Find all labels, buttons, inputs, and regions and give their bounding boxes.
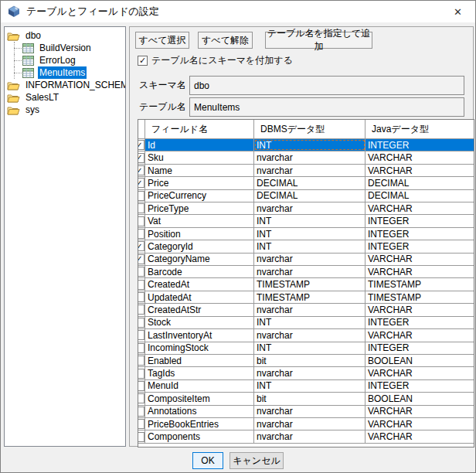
field-name-cell[interactable]: LastInventoryAt — [145, 329, 254, 341]
row-checkbox-cell[interactable] — [138, 329, 145, 341]
dbms-type-cell[interactable]: DECIMAL — [254, 177, 366, 189]
dbms-type-cell[interactable]: TIMESTAMP — [254, 278, 366, 290]
table-row[interactable]: Enabled bit BOOLEAN — [138, 355, 474, 367]
dbms-type-cell[interactable]: INT — [254, 342, 366, 354]
java-type-cell[interactable]: INTEGER — [366, 380, 474, 392]
table-row[interactable]: MenuId INT INTEGER — [138, 380, 474, 393]
java-type-cell[interactable]: VARCHAR — [366, 406, 474, 417]
field-name-cell[interactable]: CategoryName — [145, 254, 254, 265]
dbms-type-cell[interactable]: nvarchar — [254, 266, 366, 277]
table-row[interactable]: Stock INT INTEGER — [138, 317, 474, 329]
row-checkbox-cell[interactable] — [138, 266, 145, 277]
ok-button[interactable]: OK — [192, 452, 223, 469]
cancel-button[interactable]: キャンセル — [230, 452, 284, 469]
row-checkbox-cell[interactable] — [138, 254, 145, 265]
java-type-cell[interactable]: INTEGER — [366, 228, 474, 240]
dbms-type-cell[interactable]: INT — [254, 215, 366, 226]
close-button[interactable]: ✕ — [440, 1, 475, 23]
row-checkbox-cell[interactable] — [138, 430, 145, 442]
row-checkbox-cell[interactable] — [138, 240, 145, 252]
field-name-cell[interactable]: PriceCurrency — [145, 190, 254, 202]
dbms-type-cell[interactable]: nvarchar — [254, 254, 366, 265]
java-type-cell[interactable]: DECIMAL — [366, 177, 474, 189]
java-type-column-header[interactable]: Javaデータ型 — [366, 120, 474, 138]
java-type-cell[interactable]: INTEGER — [366, 139, 474, 151]
field-name-cell[interactable]: Sku — [145, 151, 254, 163]
table-row[interactable]: UpdatedAt TIMESTAMP TIMESTAMP — [138, 291, 474, 304]
tree-item[interactable]: sys — [5, 104, 125, 116]
dbms-type-cell[interactable]: INT — [254, 380, 366, 392]
dbms-type-cell[interactable]: nvarchar — [254, 329, 366, 341]
table-row[interactable]: PriceType nvarchar VARCHAR — [138, 202, 474, 215]
field-name-column-header[interactable]: フィールド名 — [145, 120, 254, 138]
field-name-cell[interactable]: Price — [145, 177, 254, 189]
field-name-cell[interactable]: Name — [145, 165, 254, 176]
tree-item[interactable]: INFORMATION_SCHEMA — [5, 79, 125, 91]
table-row[interactable]: TagIds nvarchar VARCHAR — [138, 367, 474, 379]
dbms-type-cell[interactable]: nvarchar — [254, 418, 366, 430]
row-checkbox-cell[interactable] — [138, 418, 145, 430]
table-row[interactable]: Name nvarchar VARCHAR — [138, 165, 474, 177]
java-type-cell[interactable]: BOOLEAN — [366, 393, 474, 404]
java-type-cell[interactable]: VARCHAR — [366, 165, 474, 176]
table-row[interactable]: LastInventoryAt nvarchar VARCHAR — [138, 329, 474, 342]
dbms-type-cell[interactable]: nvarchar — [254, 406, 366, 417]
table-row[interactable]: Components nvarchar VARCHAR — [138, 430, 474, 443]
row-checkbox-cell[interactable] — [138, 139, 145, 151]
java-type-cell[interactable]: VARCHAR — [366, 418, 474, 430]
java-type-cell[interactable]: VARCHAR — [366, 430, 474, 442]
row-checkbox-cell[interactable] — [138, 304, 145, 315]
field-name-cell[interactable]: Barcode — [145, 266, 254, 277]
table-row[interactable]: CreatedAt TIMESTAMP TIMESTAMP — [138, 278, 474, 291]
append-schema-checkbox[interactable] — [138, 56, 148, 66]
table-row[interactable]: CategoryId INT INTEGER — [138, 240, 474, 253]
table-row[interactable]: Sku nvarchar VARCHAR — [138, 151, 474, 164]
table-row[interactable]: Barcode nvarchar VARCHAR — [138, 266, 474, 278]
dbms-type-column-header[interactable]: DBMSデータ型 — [254, 120, 366, 138]
table-row[interactable]: CompositeItem bit BOOLEAN — [138, 393, 474, 405]
field-name-cell[interactable]: TagIds — [145, 367, 254, 379]
row-checkbox-cell[interactable] — [138, 291, 145, 303]
row-checkbox-cell[interactable] — [138, 165, 145, 176]
table-row[interactable]: Id INT INTEGER — [138, 139, 474, 151]
field-name-cell[interactable]: UpdatedAt — [145, 291, 254, 303]
table-row[interactable]: Position INT INTEGER — [138, 228, 474, 240]
row-checkbox-cell[interactable] — [138, 367, 145, 379]
dbms-type-cell[interactable]: nvarchar — [254, 202, 366, 214]
dbms-type-cell[interactable]: TIMESTAMP — [254, 291, 366, 303]
field-name-cell[interactable]: PriceBookEntries — [145, 418, 254, 430]
java-type-cell[interactable]: VARCHAR — [366, 367, 474, 379]
field-name-cell[interactable]: Vat — [145, 215, 254, 226]
field-name-cell[interactable]: CreatedAtStr — [145, 304, 254, 315]
java-type-cell[interactable]: TIMESTAMP — [366, 291, 474, 303]
field-name-cell[interactable]: MenuId — [145, 380, 254, 392]
table-row[interactable]: CategoryName nvarchar VARCHAR — [138, 254, 474, 266]
java-type-cell[interactable]: VARCHAR — [366, 151, 474, 163]
dbms-type-cell[interactable]: nvarchar — [254, 367, 366, 379]
row-checkbox-cell[interactable] — [138, 317, 145, 328]
java-type-cell[interactable]: VARCHAR — [366, 304, 474, 315]
java-type-cell[interactable]: TIMESTAMP — [366, 278, 474, 290]
field-name-cell[interactable]: Stock — [145, 317, 254, 328]
java-type-cell[interactable]: VARCHAR — [366, 266, 474, 277]
dbms-type-cell[interactable]: INT — [254, 240, 366, 252]
dbms-type-cell[interactable]: INT — [254, 317, 366, 328]
row-checkbox-cell[interactable] — [138, 393, 145, 404]
table-row[interactable]: Price DECIMAL DECIMAL — [138, 177, 474, 189]
add-table-by-name-button[interactable]: テーブル名を指定して追加 — [265, 32, 372, 49]
row-checkbox-cell[interactable] — [138, 177, 145, 189]
row-checkbox-cell[interactable] — [138, 342, 145, 354]
field-name-cell[interactable]: IncomingStock — [145, 342, 254, 354]
field-name-cell[interactable]: Enabled — [145, 355, 254, 366]
java-type-cell[interactable]: VARCHAR — [366, 202, 474, 214]
dbms-type-cell[interactable]: nvarchar — [254, 165, 366, 176]
schema-tree[interactable]: dbo — [4, 26, 126, 447]
table-row[interactable]: Vat INT INTEGER — [138, 215, 474, 227]
java-type-cell[interactable]: VARCHAR — [366, 329, 474, 341]
java-type-cell[interactable]: VARCHAR — [366, 254, 474, 265]
tree-item[interactable]: SalesLT — [5, 91, 125, 104]
row-checkbox-cell[interactable] — [138, 355, 145, 366]
row-checkbox-cell[interactable] — [138, 406, 145, 417]
dbms-type-cell[interactable]: bit — [254, 355, 366, 366]
dbms-type-cell[interactable]: nvarchar — [254, 304, 366, 315]
